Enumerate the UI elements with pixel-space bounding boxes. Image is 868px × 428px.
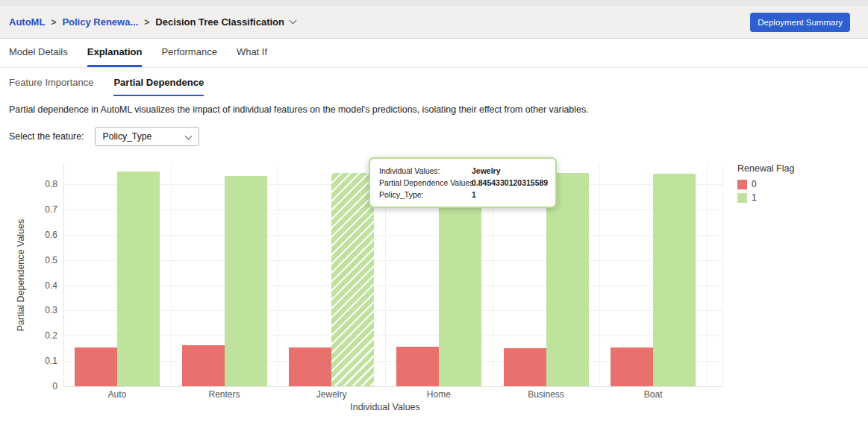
bar-renters-renewal-1[interactable] (225, 176, 267, 386)
tooltip-row: Individual Values: Jewelry (379, 165, 548, 177)
y-axis-title: Partial Dependence Values (16, 219, 26, 332)
legend-swatch-red (737, 180, 747, 189)
bar-home-renewal-0[interactable] (396, 347, 439, 386)
y-axis-line (63, 164, 64, 386)
tooltip-label: Individual Values: (379, 165, 472, 177)
bar-business-renewal-0[interactable] (504, 348, 546, 386)
gridline-vertical (707, 164, 708, 386)
automl-page: AutoML > Policy Renewa... > Decision Tre… (0, 0, 868, 428)
legend-item-1[interactable]: 1 (737, 192, 794, 203)
tooltip-row: Partial Dependence Values: 0.84543301203… (379, 177, 548, 189)
y-axis-tick-label: 0.6 (28, 230, 57, 240)
x-axis-title: Individual Values (350, 402, 420, 412)
chart-legend: Renewal Flag 0 1 (737, 163, 794, 206)
x-axis-tick-label: Auto (63, 389, 171, 400)
bar-auto-renewal-0[interactable] (75, 347, 117, 386)
gridline-vertical (599, 164, 600, 386)
x-axis-line (63, 386, 722, 387)
x-axis-tick-label: Business (493, 389, 600, 400)
bar-jewelry-renewal-0[interactable] (289, 347, 331, 386)
partial-dependence-chart: Partial Dependence Values Individual Val… (0, 0, 868, 428)
y-axis-tick-label: 0 (28, 381, 57, 391)
gridline-vertical (722, 164, 723, 386)
tooltip-label: Policy_Type: (379, 189, 472, 201)
y-axis-tick-label: 0.2 (28, 330, 57, 341)
bar-auto-renewal-1[interactable] (117, 171, 160, 386)
tooltip-value: 1 (472, 189, 476, 201)
y-axis-tick-label: 0.3 (28, 305, 57, 315)
legend-swatch-green (737, 193, 747, 203)
x-axis-tick-label: Boat (599, 389, 707, 400)
y-axis-tick-label: 0.1 (28, 356, 57, 366)
legend-label: 0 (752, 179, 757, 189)
gridline-vertical (278, 164, 278, 386)
bar-renters-renewal-0[interactable] (182, 345, 225, 386)
y-axis-tick-label: 0.8 (28, 179, 57, 189)
x-axis-tick-label: Home (385, 389, 493, 400)
chart-tooltip: Individual Values: Jewelry Partial Depen… (369, 157, 557, 208)
gridline-vertical (171, 164, 172, 386)
gridline-horizontal (63, 235, 722, 236)
gridline-horizontal (63, 310, 722, 311)
tooltip-value: 0.8454330120315589 (472, 177, 548, 189)
legend-title: Renewal Flag (737, 163, 794, 174)
y-axis-tick-label: 0.7 (28, 204, 57, 215)
y-axis-tick-label: 0.5 (28, 255, 57, 265)
bar-boat-renewal-1[interactable] (653, 174, 696, 386)
x-axis-tick-label: Jewelry (278, 389, 385, 400)
gridline-horizontal (63, 210, 722, 210)
tooltip-row: Policy_Type: 1 (379, 189, 548, 201)
legend-item-0[interactable]: 0 (737, 179, 794, 189)
x-axis-tick-label: Renters (171, 389, 278, 400)
tooltip-value: Jewelry (472, 165, 501, 177)
bar-jewelry-renewal-1[interactable] (331, 173, 374, 386)
bar-boat-renewal-0[interactable] (611, 347, 653, 386)
gridline-horizontal (63, 260, 722, 261)
gridline-horizontal (63, 336, 722, 336)
tooltip-label: Partial Dependence Values: (379, 177, 472, 189)
y-axis-tick-label: 0.4 (28, 280, 57, 291)
gridline-horizontal (63, 286, 722, 286)
legend-label: 1 (752, 192, 757, 203)
